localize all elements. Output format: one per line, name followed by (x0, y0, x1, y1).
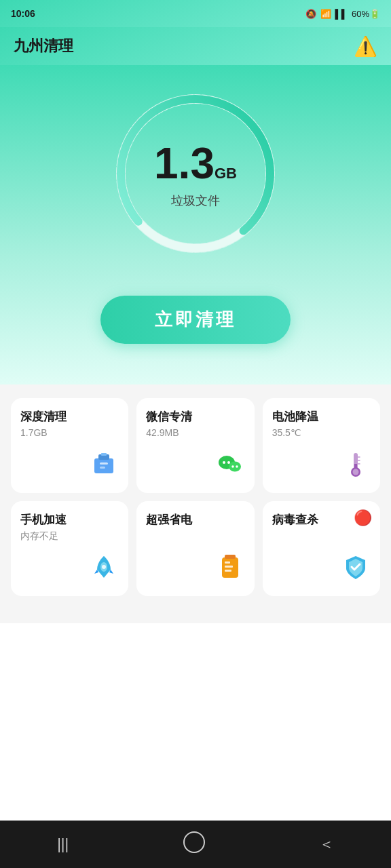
svg-rect-24 (225, 555, 236, 559)
svg-point-10 (223, 461, 225, 464)
app-header: 九州清理 ⚠️ (0, 27, 391, 65)
card-wechat-clean[interactable]: 微信专清 42.9MB (136, 398, 254, 493)
cards-grid: 深度清理 1.7GB 微信专清 42.9MB (11, 398, 380, 596)
app-title: 九州清理 (14, 36, 73, 56)
svg-point-13 (236, 465, 238, 468)
cards-section: 深度清理 1.7GB 微信专清 42.9MB (0, 384, 391, 623)
svg-rect-6 (100, 462, 108, 465)
card-deep-clean[interactable]: 深度清理 1.7GB (11, 398, 128, 493)
svg-point-17 (352, 469, 358, 475)
nav-recent[interactable]: ||| (37, 829, 89, 860)
bottom-space (0, 623, 391, 759)
svg-rect-7 (100, 467, 105, 469)
battery-save-icon (215, 552, 245, 587)
card-wechat-title: 微信专清 (146, 409, 192, 425)
svg-point-22 (102, 565, 106, 569)
deep-clean-icon (89, 449, 119, 484)
svg-rect-25 (225, 561, 230, 564)
card-super-save[interactable]: 超强省电 (136, 501, 254, 596)
svg-rect-26 (225, 566, 233, 568)
thermometer-icon (341, 449, 371, 484)
gauge-value: 1.3GB (154, 138, 237, 189)
wifi-icon: 📶 (320, 9, 331, 19)
card-deep-clean-title: 深度清理 (20, 409, 67, 425)
mute-icon: 🔕 (305, 9, 316, 19)
card-virus-title: 病毒查杀 (272, 512, 318, 528)
signal-icon: ▌▌ (335, 9, 348, 19)
warning-icon[interactable]: ⚠️ (354, 35, 377, 58)
nav-home[interactable] (163, 825, 225, 864)
svg-point-9 (229, 462, 241, 472)
card-battery-cool[interactable]: 电池降温 35.5℃ (263, 398, 380, 493)
status-time: 10:06 (11, 8, 35, 19)
card-virus-scan[interactable]: 🔴 病毒查杀 (263, 501, 380, 596)
card-deep-clean-sub: 1.7GB (20, 427, 48, 438)
battery-icon: 60%🔋 (352, 9, 380, 19)
svg-rect-5 (101, 453, 107, 456)
card-wechat-sub: 42.9MB (146, 427, 179, 438)
svg-point-11 (227, 461, 230, 464)
home-circle-icon (183, 831, 205, 853)
svg-rect-27 (225, 570, 231, 572)
svg-rect-3 (94, 458, 113, 473)
storage-gauge: 1.3GB 垃圾文件 (107, 85, 284, 262)
clean-button[interactable]: 立即清理 (100, 296, 291, 344)
card-phone-speed[interactable]: 手机加速 内存不足 (11, 501, 128, 596)
card-battery-title: 电池降温 (272, 409, 318, 425)
status-bar: 10:06 🔕 📶 ▌▌ 60%🔋 (0, 0, 391, 27)
card-speed-sub: 内存不足 (20, 530, 58, 542)
wechat-icon (215, 449, 245, 484)
gauge-label: 垃圾文件 (154, 193, 237, 209)
shield-icon (341, 552, 371, 587)
gauge-inner: 1.3GB 垃圾文件 (154, 138, 237, 209)
nav-back[interactable]: ＜ (299, 827, 354, 861)
virus-badge: 🔴 (354, 509, 372, 527)
card-save-title: 超强省电 (146, 512, 192, 528)
nav-bar: ||| ＜ (0, 821, 391, 868)
card-speed-title: 手机加速 (20, 512, 67, 528)
top-section: 1.3GB 垃圾文件 立即清理 (0, 65, 391, 384)
status-icons: 🔕 📶 ▌▌ 60%🔋 (305, 9, 380, 19)
svg-point-12 (231, 465, 234, 468)
card-battery-sub: 35.5℃ (272, 427, 301, 438)
rocket-icon (89, 552, 119, 587)
